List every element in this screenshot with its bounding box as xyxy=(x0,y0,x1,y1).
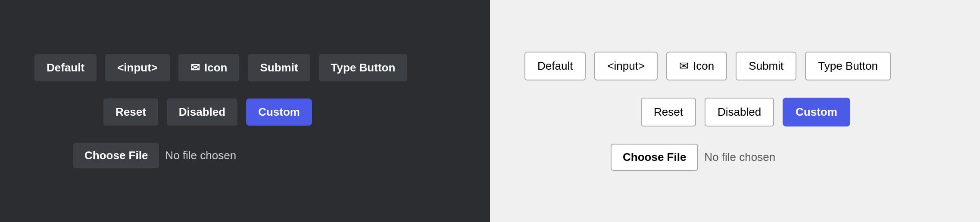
light-row1: Default <input> ✉ Icon Submit Type Butto… xyxy=(524,52,891,80)
dark-icon-button[interactable]: ✉ Icon xyxy=(178,54,239,81)
dark-input-button[interactable]: <input> xyxy=(105,54,170,81)
dark-panel: Default <input> ✉ Icon Submit Type Butto… xyxy=(0,0,490,222)
light-row2: Reset Disabled Custom xyxy=(524,98,850,126)
light-custom-button[interactable]: Custom xyxy=(783,98,850,126)
light-no-file-text: No file chosen xyxy=(704,151,775,164)
light-default-button[interactable]: Default xyxy=(524,52,586,80)
light-typebutton-button[interactable]: Type Button xyxy=(805,52,891,80)
light-submit-button[interactable]: Submit xyxy=(736,52,796,80)
light-disabled-button[interactable]: Disabled xyxy=(705,98,774,126)
envelope-icon: ✉ xyxy=(190,61,200,74)
dark-disabled-button[interactable]: Disabled xyxy=(167,99,237,126)
light-choose-file-button[interactable]: Choose File xyxy=(611,144,698,171)
light-icon-label: Icon xyxy=(693,59,714,73)
dark-custom-button[interactable]: Custom xyxy=(246,99,312,126)
dark-default-button[interactable]: Default xyxy=(34,54,97,81)
dark-no-file-text: No file chosen xyxy=(165,149,236,162)
dark-row1: Default <input> ✉ Icon Submit Type Butto… xyxy=(34,54,407,81)
dark-row2: Reset Disabled Custom xyxy=(34,99,312,126)
light-icon-button[interactable]: ✉ Icon xyxy=(666,52,727,80)
dark-submit-button[interactable]: Submit xyxy=(248,54,310,81)
envelope-icon-light: ✉ xyxy=(679,59,689,73)
light-reset-button[interactable]: Reset xyxy=(641,98,696,126)
light-panel: Default <input> ✉ Icon Submit Type Butto… xyxy=(490,0,980,222)
dark-choose-file-button[interactable]: Choose File xyxy=(73,143,159,168)
dark-reset-button[interactable]: Reset xyxy=(103,99,158,126)
dark-row3: Choose File No file chosen xyxy=(34,143,236,168)
dark-typebutton-button[interactable]: Type Button xyxy=(319,54,408,81)
light-row3: Choose File No file chosen xyxy=(524,144,775,171)
light-input-button[interactable]: <input> xyxy=(594,52,658,80)
dark-icon-label: Icon xyxy=(204,61,227,74)
